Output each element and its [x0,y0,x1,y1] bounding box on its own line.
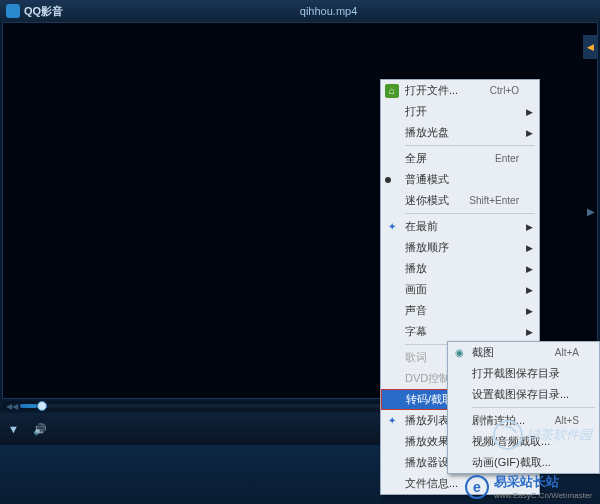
context-menu-capture: ◉截图Alt+A打开截图保存目录设置截图保存目录...剧情连拍...Alt+S视… [447,341,600,474]
menu-separator [405,213,535,214]
menu-item-label: 打开 [405,104,427,119]
main-menu-item[interactable]: 声音▶ [381,300,539,321]
menu-item-shortcut: Alt+A [555,347,579,358]
menu-item-label: 画面 [405,282,427,297]
capture-menu-item[interactable]: 动画(GIF)截取... [448,452,599,473]
main-menu-item[interactable]: ⌂打开文件...Ctrl+O [381,80,539,101]
menu-item-shortcut: Enter [495,153,519,164]
menu-item-label: 播放顺序 [405,240,449,255]
menu-item-label: 在最前 [405,219,438,234]
playlist-tab[interactable]: ◀ [583,35,597,59]
title-bar: QQ影音 qihhou.mp4 [0,0,600,22]
menu-item-shortcut: Ctrl+O [490,85,519,96]
menu-item-label: 打开文件... [405,83,458,98]
watermark-1-text: 绿茶软件园 [527,426,592,444]
main-menu-item[interactable]: 播放光盘▶ [381,122,539,143]
app-icon [6,4,20,18]
watermark-2-text: 易采站长站 [494,474,559,489]
capture-menu-item[interactable]: 打开截图保存目录 [448,363,599,384]
menu-item-icon: ◉ [452,346,466,360]
menu-item-label: 迷你模式 [405,193,449,208]
main-menu-item[interactable]: 普通模式 [381,169,539,190]
main-menu-item[interactable]: 字幕▶ [381,321,539,342]
submenu-arrow-icon: ▶ [526,285,533,295]
menu-item-label: 设置截图保存目录... [472,387,569,402]
menu-item-label: DVD控制 [405,371,450,386]
menu-item-label: 播放 [405,261,427,276]
menu-separator [405,145,535,146]
menu-item-label: 打开截图保存目录 [472,366,560,381]
submenu-arrow-icon: ▶ [526,327,533,337]
menu-item-label: 截图 [472,345,494,360]
submenu-arrow-icon: ▶ [526,243,533,253]
main-menu-item[interactable]: 画面▶ [381,279,539,300]
volume-icon[interactable]: 🔊 [33,423,47,436]
collapse-chevron-icon[interactable]: ▶ [587,205,595,216]
menu-item-shortcut: Shift+Enter [469,195,519,206]
menu-item-icon: ⌂ [385,84,399,98]
submenu-arrow-icon: ▶ [526,222,533,232]
stop-button[interactable]: ▼ [8,423,19,435]
watermark-2-icon: e [465,475,489,499]
menu-item-icon: ✦ [385,220,399,234]
watermark-2: e 易采站长站 www.EasyC.Cn/Webmaster [465,473,592,500]
capture-menu-item[interactable]: ◉截图Alt+A [448,342,599,363]
watermark-1: 绿茶软件园 [493,420,592,450]
menu-item-icon: ✦ [385,414,399,428]
menu-item-label: 字幕 [405,324,427,339]
submenu-arrow-icon: ▶ [526,107,533,117]
capture-menu-item[interactable]: 设置截图保存目录... [448,384,599,405]
menu-item-label: 播放光盘 [405,125,449,140]
main-menu-item[interactable]: 播放▶ [381,258,539,279]
menu-item-icon [385,177,391,183]
main-menu-item[interactable]: 播放顺序▶ [381,237,539,258]
main-menu-item[interactable]: 全屏Enter [381,148,539,169]
submenu-arrow-icon: ▶ [526,264,533,274]
app-name: QQ影音 [24,4,63,19]
menu-item-label: 全屏 [405,151,427,166]
menu-item-label: 动画(GIF)截取... [472,455,551,470]
menu-item-label: 歌词 [405,350,427,365]
menu-item-label: 普通模式 [405,172,449,187]
watermark-1-icon [493,420,523,450]
watermark-2-sub: www.EasyC.Cn/Webmaster [494,491,592,500]
main-menu-item[interactable]: ✦在最前▶ [381,216,539,237]
menu-separator [472,407,595,408]
seek-thumb[interactable] [37,401,47,411]
submenu-arrow-icon: ▶ [526,128,533,138]
main-menu-item[interactable]: 迷你模式Shift+Enter [381,190,539,211]
main-menu-item[interactable]: 打开▶ [381,101,539,122]
menu-item-label: 声音 [405,303,427,318]
menu-item-label: 文件信息... [405,476,458,491]
file-name: qihhou.mp4 [63,5,594,17]
seek-progress [20,404,37,408]
submenu-arrow-icon: ▶ [526,306,533,316]
seek-back-icon[interactable]: ◀◀ [6,402,18,411]
